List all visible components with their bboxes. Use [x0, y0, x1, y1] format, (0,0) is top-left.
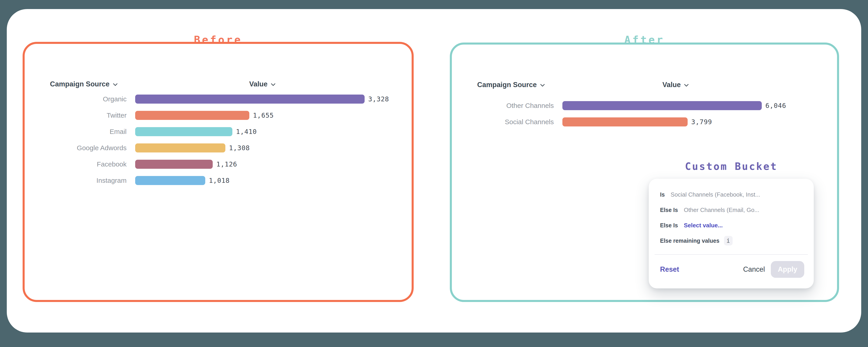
bar[interactable]	[135, 143, 225, 152]
custom-bucket-dialog: Is Social Channels (Facebook, Inst... El…	[649, 179, 814, 288]
row-label: Facebook	[25, 161, 135, 168]
bar-rows: Organic3,328Twitter1,655Email1,410Google…	[25, 91, 412, 189]
custom-bucket-title: Custom Bucket	[649, 160, 814, 173]
bucket-rule-row: Is Social Channels (Facebook, Inst...	[660, 187, 804, 202]
apply-button-focus-ring: Apply	[771, 261, 804, 278]
row-label: Instagram	[25, 177, 135, 184]
column-header-campaign-source[interactable]: Campaign Source	[477, 80, 545, 89]
bar[interactable]	[135, 127, 232, 136]
column-header-value[interactable]: Value	[662, 80, 689, 89]
table-row: Instagram1,018	[25, 172, 412, 189]
table-header: Campaign Source Value	[452, 80, 837, 89]
rule-value[interactable]: Social Channels (Facebook, Inst...	[671, 191, 760, 198]
table-row: Email1,410	[25, 123, 412, 140]
before-panel: Campaign Source Value Organic3,328Twitte…	[23, 42, 414, 302]
bucket-rule-row: Else Is Select value...	[660, 218, 804, 233]
bar-rows: Other Channels6,046Social Channels3,799	[452, 97, 837, 130]
bar-value-label: 1,018	[209, 177, 230, 184]
column-header-campaign-source[interactable]: Campaign Source	[50, 80, 118, 89]
rule-condition: Else Is	[660, 207, 678, 213]
bar[interactable]	[135, 160, 213, 169]
rule-condition: Is	[660, 191, 665, 198]
column-header-label: Value	[662, 81, 681, 89]
table-row: Google Adwords1,308	[25, 140, 412, 156]
row-label: Organic	[25, 95, 135, 103]
bar-value-label: 1,655	[253, 112, 274, 119]
table-header: Campaign Source Value	[25, 80, 412, 89]
info-icon[interactable]: i	[724, 236, 733, 245]
dialog-divider	[655, 254, 808, 255]
table-row: Organic3,328	[25, 91, 412, 107]
rule-value[interactable]: Other Channels (Email, Go...	[684, 206, 759, 213]
row-label: Other Channels	[452, 102, 562, 110]
reset-button[interactable]: Reset	[660, 265, 679, 273]
content-card: Before After Campaign Source Value Organ…	[7, 9, 861, 332]
row-label: Email	[25, 128, 135, 136]
row-label: Social Channels	[452, 118, 562, 126]
bar[interactable]	[135, 111, 249, 120]
bar-value-label: 1,308	[229, 144, 250, 152]
bar[interactable]	[135, 94, 365, 104]
rule-condition: Else Is	[660, 222, 678, 229]
apply-button[interactable]: Apply	[772, 263, 803, 276]
bucket-rule-row: Else Is Other Channels (Email, Go...	[660, 202, 804, 218]
bar[interactable]	[562, 101, 762, 110]
bar-value-label: 6,046	[765, 102, 786, 110]
bar[interactable]	[562, 117, 688, 126]
dialog-footer: Reset Cancel Apply	[660, 261, 804, 278]
chevron-down-icon	[684, 84, 689, 87]
column-header-label: Campaign Source	[477, 81, 537, 89]
column-header-value[interactable]: Value	[249, 80, 276, 89]
column-header-label: Campaign Source	[50, 80, 110, 88]
column-header-label: Value	[249, 80, 268, 88]
table-row: Social Channels3,799	[452, 114, 837, 130]
bucket-rule-row: Else remaining values i	[660, 233, 804, 249]
table-row: Facebook1,126	[25, 156, 412, 172]
bar-value-label: 1,410	[236, 128, 257, 136]
chevron-down-icon	[540, 84, 545, 87]
cancel-button[interactable]: Cancel	[743, 265, 765, 273]
row-label: Google Adwords	[25, 144, 135, 152]
bar-value-label: 3,328	[368, 95, 389, 103]
rule-condition: Else remaining values	[660, 237, 719, 244]
bar[interactable]	[135, 176, 205, 185]
table-row: Twitter1,655	[25, 107, 412, 123]
chevron-down-icon	[271, 83, 276, 86]
bar-value-label: 1,126	[216, 161, 237, 168]
table-row: Other Channels6,046	[452, 97, 837, 114]
chevron-down-icon	[113, 83, 118, 86]
bar-value-label: 3,799	[691, 118, 712, 126]
row-label: Twitter	[25, 112, 135, 119]
select-value-link[interactable]: Select value...	[684, 222, 723, 229]
